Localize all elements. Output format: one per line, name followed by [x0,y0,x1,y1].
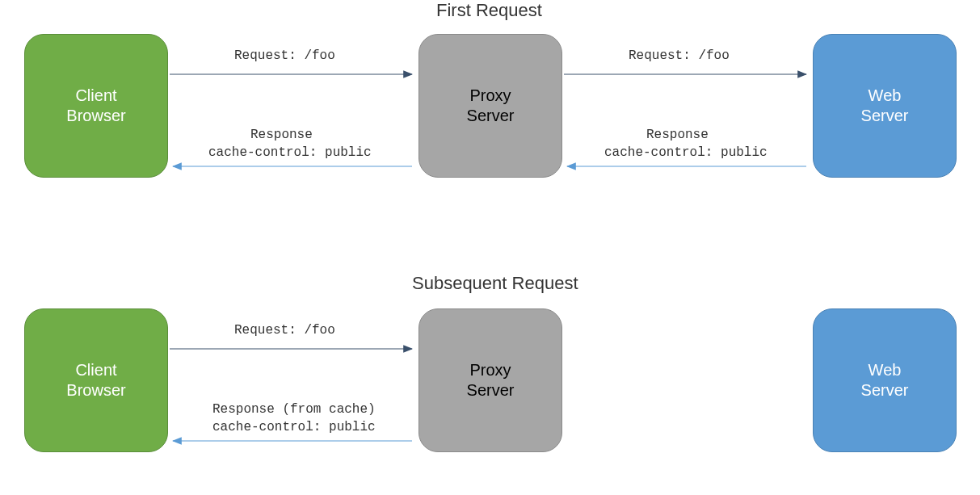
resp-arrow-left-1 [170,162,415,171]
client-label-l1: Client [75,86,116,106]
client-browser-box-2: Client Browser [24,308,168,452]
proxy2-label-l2: Server [467,380,515,401]
req-arrow-right-1 [564,69,810,79]
proxy-server-box-1: Proxy Server [418,34,562,178]
web2-label-l2: Server [861,380,909,401]
client2-label-l1: Client [75,360,116,380]
resp-label-left-2-l2: cache-control: public [212,420,376,434]
resp-label-left-1-l2: cache-control: public [208,145,372,160]
req-arrow-left-2 [170,344,415,354]
section-title-subsequent: Subsequent Request [412,273,578,294]
proxy-server-box-2: Proxy Server [418,308,562,452]
web2-label-l1: Web [869,360,902,380]
section-title-first: First Request [436,0,542,21]
client-label-l2: Browser [66,106,125,126]
resp-label-right-1-l1: Response [646,128,709,142]
resp-arrow-right-1 [564,162,810,171]
req-label-right-1: Request: /foo [629,48,730,63]
resp-label-left-2-l1: Response (from cache) [212,402,376,417]
resp-label-left-1-l1: Response [250,128,313,142]
resp-arrow-left-2 [170,436,415,446]
web-server-box-2: Web Server [813,308,957,452]
client2-label-l2: Browser [66,380,125,401]
proxy-label-l1: Proxy [469,86,511,106]
web-label-l2: Server [861,106,909,126]
web-label-l1: Web [869,86,902,106]
proxy-label-l2: Server [467,106,515,126]
req-arrow-left-1 [170,69,415,79]
web-server-box-1: Web Server [813,34,957,178]
req-label-left-1: Request: /foo [234,48,335,63]
resp-label-right-1-l2: cache-control: public [604,145,768,160]
proxy2-label-l1: Proxy [469,360,511,380]
client-browser-box-1: Client Browser [24,34,168,178]
req-label-left-2: Request: /foo [234,323,335,338]
diagram-canvas: First Request Client Browser Proxy Serve… [0,0,980,495]
